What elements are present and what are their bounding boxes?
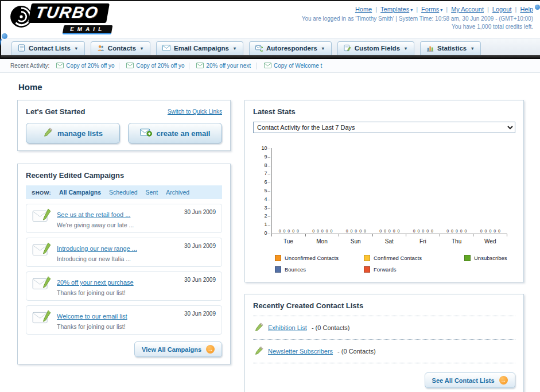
left-column: Let's Get Started Switch to Quick Links … [17, 100, 231, 364]
window-edge-decoration [0, 1, 1, 59]
campaign-subtitle: Thanks for joining our list! [57, 323, 127, 330]
see-all-contact-lists-button[interactable]: See All Contact Lists → [425, 372, 515, 388]
tab-contact-lists[interactable]: Contact Lists▾ [11, 41, 85, 55]
contact-list-row[interactable]: Exhibition List - (0 Contacts) [253, 316, 515, 340]
top-link-home[interactable]: Home [355, 6, 372, 13]
tab-custom-fields[interactable]: Custom Fields▾ [337, 41, 414, 55]
envelope-pencil-icon [32, 276, 51, 296]
filter-all-campaigns[interactable]: All Campaigns [59, 189, 101, 196]
recent-activity-bar: Recent Activity: Copy of 20% off yo Copy… [0, 59, 540, 73]
header-right: HomeTemplates▾Forms▾My AccountLogoutHelp… [302, 3, 533, 38]
top-link-forms[interactable]: Forms [421, 6, 439, 13]
campaign-title-link[interactable]: Welcome to our email list [57, 313, 127, 320]
recent-activity-item[interactable]: Copy of Welcome t [264, 63, 327, 69]
switch-quick-links-link[interactable]: Switch to Quick Links [168, 108, 222, 115]
filter-sent[interactable]: Sent [146, 189, 158, 196]
view-all-campaigns-label: View All Campaigns [142, 346, 201, 353]
filter-archived[interactable]: Archived [166, 189, 189, 196]
campaign-date: 30 Jun 2009 [184, 277, 216, 283]
create-email-button[interactable]: create an email [128, 123, 222, 143]
campaign-title-link[interactable]: Introducing our new range ... [57, 245, 137, 252]
envelope-icon [56, 63, 64, 69]
stats-range-select[interactable]: Contact Activity for the Last 7 Days [253, 122, 515, 133]
legend-swatch [364, 266, 370, 273]
envelope-icon [264, 63, 271, 69]
pencil-icon [43, 127, 53, 139]
contacts-icon [97, 44, 104, 53]
campaign-row[interactable]: See us at the retail food ... We're givi… [26, 204, 222, 233]
view-all-campaigns-button[interactable]: View All Campaigns → [134, 341, 222, 357]
contact-list-count: - (0 Contacts) [337, 348, 376, 355]
envelope-icon [196, 63, 204, 69]
campaigns-filter-bar: SHOW: All Campaigns Scheduled Sent Archi… [26, 185, 222, 199]
recent-activity-label: Recent Activity: [10, 63, 49, 69]
recent-activity-item[interactable]: 20% off your next [196, 63, 257, 69]
envelope-icon [126, 63, 134, 69]
top-links: HomeTemplates▾Forms▾My AccountLogoutHelp [302, 6, 533, 13]
activity-item-label: 20% off your next [206, 63, 251, 69]
legend-swatch [275, 255, 281, 261]
get-started-title: Let's Get Started [26, 107, 86, 116]
tab-label: Statistics [437, 45, 467, 52]
campaign-row[interactable]: 20% off your next purchase Thanks for jo… [26, 271, 222, 301]
campaign-date: 30 Jun 2009 [184, 209, 216, 215]
envelope-pencil-icon [32, 310, 51, 330]
autoresponders-icon [255, 44, 263, 53]
recent-contact-lists-panel: Recently Created Contact Lists Exhibitio… [244, 294, 524, 392]
manage-lists-button[interactable]: manage lists [26, 123, 120, 143]
contact-list-link[interactable]: Newsletter Subscribers [268, 348, 333, 355]
top-link-logout[interactable]: Logout [492, 6, 512, 13]
contact-activity-chart: 10 9 8 7 6 5 4 3 2 1 0 [255, 148, 507, 273]
campaign-subtitle: Thanks for joining our list! [57, 289, 134, 296]
email-campaigns-icon [162, 45, 170, 52]
campaign-row[interactable]: Welcome to our email list Thanks for joi… [26, 305, 222, 335]
chevron-down-icon: ▾ [322, 46, 324, 51]
envelope-pencil-icon [32, 242, 51, 262]
chart-legend: Unconfirmed Contacts Confirmed Contacts … [275, 255, 507, 273]
manage-lists-label: manage lists [57, 129, 103, 138]
top-link-templates[interactable]: Templates [380, 6, 409, 13]
create-email-label: create an email [157, 129, 211, 138]
recent-campaigns-panel: Recently Edited Campaigns SHOW: All Camp… [17, 164, 231, 364]
nav-divider [0, 55, 540, 59]
campaign-subtitle: We're giving away our late ... [57, 222, 134, 228]
main-nav: Contact Lists▾ Contacts▾ Email Campaigns… [0, 38, 540, 55]
recent-contact-lists-title: Recently Created Contact Lists [253, 301, 515, 310]
top-link-my-account[interactable]: My Account [451, 6, 484, 13]
legend-item: Confirmed Contacts [364, 255, 464, 261]
contact-list-row[interactable]: Newsletter Subscribers - (0 Contacts) [253, 340, 515, 363]
corner-dot-decoration [535, 5, 540, 10]
tab-autoresponders[interactable]: Autoresponders▾ [249, 41, 332, 55]
legend-item: Forwards [364, 266, 464, 273]
tab-contacts[interactable]: Contacts▾ [91, 41, 150, 55]
campaign-row[interactable]: Introducing our new range ... Introducin… [26, 238, 222, 267]
credits-info: You have 1,000 total credits left. [302, 24, 533, 30]
campaign-subtitle: Introducing our new Italia ... [57, 255, 137, 262]
top-link-help[interactable]: Help [520, 6, 533, 13]
chevron-down-icon: ▾ [471, 46, 473, 51]
campaign-date: 30 Jun 2009 [184, 311, 216, 317]
campaign-title-link[interactable]: 20% off your next purchase [57, 279, 134, 286]
contact-list-link[interactable]: Exhibition List [268, 324, 307, 331]
legend-item: Unsubscribes [464, 255, 507, 261]
tab-email-campaigns[interactable]: Email Campaigns▾ [156, 41, 243, 55]
tab-statistics[interactable]: Statistics▾ [420, 41, 481, 55]
activity-item-label: Copy of 20% off yo [66, 63, 114, 69]
contact-list-count: - (0 Contacts) [312, 324, 350, 331]
chart-bar-value-labels: 0 0 0 0 0 0 0 0 0 0 0 0 0 0 0 0 0 0 0 0 … [272, 229, 507, 233]
tab-label: Contacts [108, 45, 136, 52]
activity-item-label: Copy of Welcome t [274, 63, 322, 69]
pencil-icon [254, 323, 263, 333]
chevron-down-icon: ▾ [234, 46, 236, 51]
right-column: Latest Stats Contact Activity for the La… [244, 100, 524, 392]
legend-swatch [364, 255, 370, 261]
filter-scheduled[interactable]: Scheduled [109, 189, 138, 196]
recent-activity-item[interactable]: Copy of 20% off yo [56, 63, 119, 69]
chart-x-axis: Tue Mon Sun Sat Fri Thu Wed [271, 236, 507, 244]
latest-stats-title: Latest Stats [253, 107, 515, 116]
tab-label: Autoresponders [266, 45, 317, 52]
custom-fields-icon [344, 44, 351, 53]
campaign-title-link[interactable]: See us at the retail food ... [57, 211, 130, 218]
arrow-right-icon: → [206, 345, 215, 354]
recent-activity-item[interactable]: Copy of 20% off yo [126, 63, 189, 69]
